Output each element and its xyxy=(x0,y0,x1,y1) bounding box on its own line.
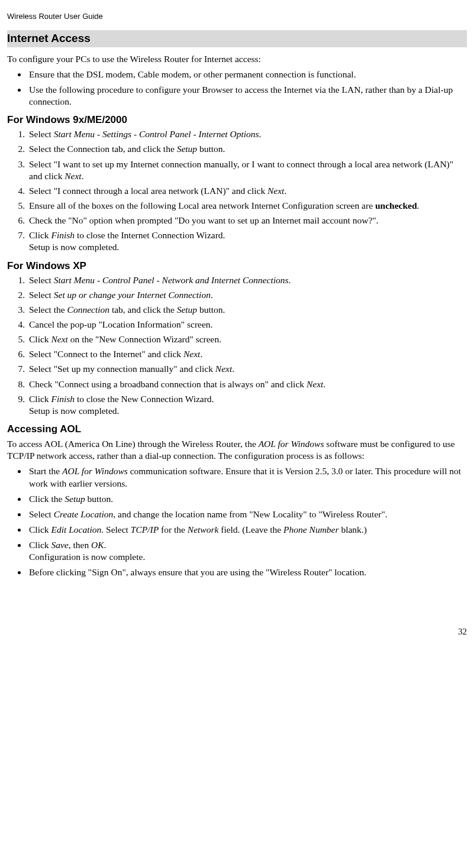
list-item: Select the Connection tab, and click the… xyxy=(27,143,467,155)
win9x-steps: Select Start Menu - Settings - Control P… xyxy=(7,128,467,253)
list-item: Select Set up or change your Internet Co… xyxy=(27,289,467,301)
page-number: 32 xyxy=(7,626,467,638)
list-item: Select Start Menu - Settings - Control P… xyxy=(27,128,467,140)
list-item: Click Finish to close the Internet Conne… xyxy=(27,229,467,253)
list-item: Use the following procedure to configure… xyxy=(27,84,467,108)
subheading-aol: Accessing AOL xyxy=(7,423,467,436)
list-item: Click Edit Location. Select TCP/IP for t… xyxy=(27,524,467,536)
list-item: Start the AOL for Windows communication … xyxy=(27,465,467,489)
list-item: Select Create Location, and change the l… xyxy=(27,509,467,520)
list-item: Click the Setup button. xyxy=(27,493,467,505)
winxp-steps: Select Start Menu - Control Panel - Netw… xyxy=(7,274,467,417)
list-item: Click Save, then OK.Configuration is now… xyxy=(27,539,467,563)
intro-bullets: Ensure that the DSL modem, Cable modem, … xyxy=(7,69,467,108)
list-item: Check "Connect using a broadband connect… xyxy=(27,378,467,390)
aol-bullets: Start the AOL for Windows communication … xyxy=(7,465,467,578)
list-item: Select "Connect to the Internet" and cli… xyxy=(27,348,467,360)
list-item: Select "Set up my connection manually" a… xyxy=(27,363,467,375)
subheading-winxp: For Windows XP xyxy=(7,260,467,273)
list-item: Select the Connection tab, and click the… xyxy=(27,304,467,316)
list-item: Select Start Menu - Control Panel - Netw… xyxy=(27,274,467,286)
list-item: Before clicking "Sign On", always ensure… xyxy=(27,566,467,578)
page-header: Wireless Router User Guide xyxy=(7,12,467,22)
intro-paragraph: To configure your PCs to use the Wireles… xyxy=(7,53,467,65)
list-item: Click Next on the "New Connection Wizard… xyxy=(27,333,467,345)
list-item: Ensure all of the boxes on the following… xyxy=(27,200,467,212)
aol-paragraph: To access AOL (America On Line) through … xyxy=(7,438,467,462)
list-item: Ensure that the DSL modem, Cable modem, … xyxy=(27,69,467,80)
list-item: Click Finish to close the New Connection… xyxy=(27,393,467,417)
list-item: Select "I want to set up my Internet con… xyxy=(27,158,467,182)
subheading-win9x: For Windows 9x/ME/2000 xyxy=(7,114,467,127)
list-item: Check the "No" option when prompted "Do … xyxy=(27,215,467,226)
section-heading-internet-access: Internet Access xyxy=(7,30,467,47)
list-item: Select "I connect through a local area n… xyxy=(27,185,467,197)
list-item: Cancel the pop-up "Location Information"… xyxy=(27,319,467,331)
